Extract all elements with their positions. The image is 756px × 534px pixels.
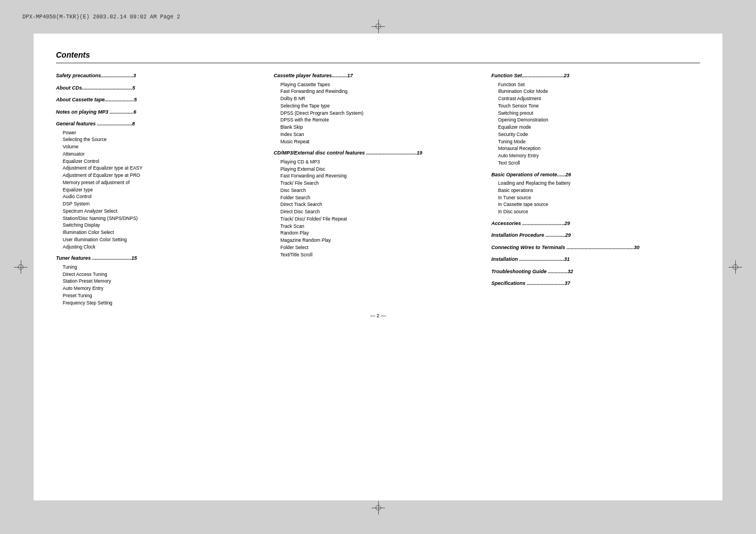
list-item: Dolby B NR bbox=[274, 95, 482, 102]
list-item: Station/Disc Naming (SNPS/DNPS) bbox=[56, 215, 265, 222]
list-item: Adjustment of Equalizer type at EASY bbox=[56, 165, 265, 172]
list-item: Station Preset Memory bbox=[56, 278, 265, 285]
list-item: Touch Sensor Tone bbox=[491, 102, 700, 110]
list-item: In Cassette tape source bbox=[491, 201, 700, 208]
list-item: Track Scan bbox=[274, 223, 482, 230]
list-item: Adjustment of Equalizer type at PRO bbox=[56, 172, 265, 179]
list-item: Illumination Color Mode bbox=[491, 88, 700, 95]
list-item: Frequency Step Setting bbox=[56, 299, 265, 307]
list-item: Direct Access Tuning bbox=[56, 271, 265, 278]
section-title: About Cassette tape.....................… bbox=[56, 96, 265, 104]
section-title: Cassette player features...........17 bbox=[274, 72, 482, 80]
list-item: Switching preout bbox=[491, 110, 700, 117]
list-item: Tuning Mode bbox=[491, 138, 700, 146]
list-item: Equalizer mode bbox=[491, 124, 700, 131]
list-item: Adjusting Clock bbox=[56, 243, 265, 251]
list-item: DPSS with the Remote bbox=[274, 116, 482, 124]
list-item: Text Scroll bbox=[491, 160, 700, 167]
list-item: Magazine Random Play bbox=[274, 237, 482, 244]
bottom-crosshair bbox=[372, 501, 385, 514]
list-item: Direct Track Search bbox=[274, 201, 482, 208]
list-item: Attenuator bbox=[56, 151, 265, 158]
header-text: DPX-MP4050(M-TKR)(E) 2003.02.14 09:02 AM… bbox=[22, 14, 180, 20]
section-title: About CDs...............................… bbox=[56, 85, 265, 92]
right-crosshair bbox=[729, 260, 742, 274]
list-item: Equalizer type bbox=[56, 186, 265, 194]
list-item: Monaural Reception bbox=[491, 145, 700, 152]
list-item: In Disc source bbox=[491, 208, 700, 216]
list-item: DSP System bbox=[56, 200, 265, 208]
list-item: In Tuner source bbox=[491, 194, 700, 202]
list-item: Selecting the Tape type bbox=[274, 102, 482, 110]
top-crosshair bbox=[372, 20, 385, 33]
list-item: Loading and Replacing the battery bbox=[491, 180, 700, 187]
list-item: Illumination Color Select bbox=[56, 229, 265, 236]
list-item: Folder Select bbox=[274, 244, 482, 251]
list-item: Power bbox=[56, 129, 265, 137]
page-title: Contents bbox=[56, 50, 700, 63]
list-item: Fast Forwarding and Reversing bbox=[274, 172, 482, 180]
left-crosshair bbox=[14, 260, 27, 274]
section-title: Specifications .........................… bbox=[491, 280, 700, 288]
list-item: Track/ Disc/ Folder/ File Repeat bbox=[274, 216, 482, 223]
section-title: Installation ...........................… bbox=[491, 256, 700, 264]
list-item: Track/ File Search bbox=[274, 180, 482, 187]
list-item: Fast Forwarding and Rewinding bbox=[274, 88, 482, 95]
list-item: Disc Search bbox=[274, 187, 482, 194]
list-item: Volume bbox=[56, 143, 265, 151]
list-item: DPSS (Direct Program Search System) bbox=[274, 110, 482, 117]
column-1: Safety precautions......................… bbox=[56, 72, 274, 306]
list-item: Audio Control bbox=[56, 193, 265, 200]
list-item: Tuning bbox=[56, 264, 265, 271]
column-3: Function Set............................… bbox=[491, 72, 700, 306]
list-item: Text/Title Scroll bbox=[274, 251, 482, 259]
list-item: Preset Tuning bbox=[56, 292, 265, 299]
section-title: Connecting Wires to Terminals ..........… bbox=[491, 244, 700, 252]
section-title: Troubleshooting Guide ..............32 bbox=[491, 268, 700, 276]
list-item: User Illumination Color Setting bbox=[56, 236, 265, 243]
page-number: — 2 — bbox=[56, 313, 700, 318]
list-item: Basic operations bbox=[491, 187, 700, 194]
section-title: Safety precautions......................… bbox=[56, 72, 265, 80]
list-item: Random Play bbox=[274, 229, 482, 237]
list-item: Blank Skip bbox=[274, 124, 482, 131]
list-item: Index Scan bbox=[274, 131, 482, 138]
list-item: Equalizer Control bbox=[56, 158, 265, 165]
list-item: Music Repeat bbox=[274, 138, 482, 146]
list-item: Contrast Adjustment bbox=[491, 95, 700, 102]
section-title: Installation Procedure ..............29 bbox=[491, 232, 700, 240]
column-2: Cassette player features...........17Pla… bbox=[274, 72, 491, 306]
list-item: Playing External Disc bbox=[274, 166, 482, 173]
list-item: Memory preset of adjustment of bbox=[56, 179, 265, 186]
list-item: Folder Search bbox=[274, 194, 482, 202]
section-title: CD/MP3/External disc control features ..… bbox=[274, 149, 482, 157]
list-item: Auto Memory Entry bbox=[491, 152, 700, 160]
list-item: Direct Disc Search bbox=[274, 208, 482, 216]
section-title: Notes on playing MP3 .................6 bbox=[56, 109, 265, 116]
section-title: Function Set............................… bbox=[491, 72, 700, 80]
list-item: Switching Display bbox=[56, 222, 265, 229]
section-title: Basic Operations of remote......26 bbox=[491, 171, 700, 179]
page-content: Contents Safety precautions.............… bbox=[34, 34, 722, 500]
list-item: Auto Memory Entry bbox=[56, 285, 265, 292]
list-item: Opening Demonstration bbox=[491, 116, 700, 124]
section-title: Tuner features .........................… bbox=[56, 255, 265, 263]
list-item: Spectrum Analyzer Select bbox=[56, 208, 265, 215]
columns-container: Safety precautions......................… bbox=[56, 72, 700, 306]
list-item: Selecting the Source bbox=[56, 136, 265, 143]
list-item: Function Set bbox=[491, 81, 700, 88]
page-wrapper: DPX-MP4050(M-TKR)(E) 2003.02.14 09:02 AM… bbox=[0, 0, 756, 534]
section-title: Accessories ............................… bbox=[491, 220, 700, 228]
list-item: Security Code bbox=[491, 131, 700, 138]
section-title: General features .......................… bbox=[56, 120, 265, 128]
list-item: Playing Cassette Tapes bbox=[274, 81, 482, 88]
list-item: Playing CD & MP3 bbox=[274, 158, 482, 166]
